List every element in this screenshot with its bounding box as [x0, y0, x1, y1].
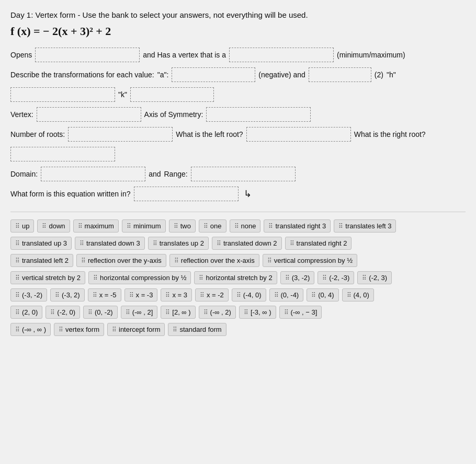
- chip-translates-up-2[interactable]: translates up 2: [148, 237, 209, 250]
- k-label: "k": [118, 90, 127, 99]
- right-root-row: [10, 147, 466, 161]
- chip-0-4[interactable]: (0, 4): [307, 288, 338, 301]
- right-root-box[interactable]: [10, 147, 115, 161]
- bank-row-3: translated left 2 reflection over the y-…: [10, 254, 466, 267]
- vertex-row: Vertex: Axis of Symmetry:: [10, 107, 466, 122]
- has-vertex-label: and Has a vertex that is a: [143, 51, 226, 59]
- domain-box[interactable]: [41, 167, 145, 181]
- chip-vert-stretch-2[interactable]: vertical stretch by 2: [10, 271, 85, 284]
- negative-label: (negative) and: [258, 71, 305, 79]
- chip-0-neg4[interactable]: (0, -4): [269, 288, 304, 301]
- two-label: (2): [375, 71, 383, 79]
- k-answer-box[interactable]: [130, 87, 214, 102]
- chip-neg3-inf[interactable]: [-3, ∞ ): [239, 306, 276, 319]
- chip-x-neg5[interactable]: x = -5: [88, 288, 121, 301]
- bank-row-2: translated up 3 translated down 3 transl…: [10, 237, 466, 250]
- opens-row: Opens and Has a vertex that is a (minimu…: [10, 48, 466, 62]
- chip-neg-inf-2-bracket[interactable]: (-∞ , 2]: [121, 306, 158, 319]
- chip-maximum[interactable]: maximum: [73, 219, 119, 233]
- range-box[interactable]: [191, 167, 296, 181]
- chip-reflection-x[interactable]: reflection over the x-axis: [169, 254, 259, 267]
- opens-answer-box[interactable]: [35, 48, 140, 62]
- bank-row-5: (-3, -2) (-3, 2) x = -5 x = -3 x = 3 x =…: [10, 288, 466, 301]
- min-max-label: (minimum/maximum): [337, 51, 405, 59]
- chip-horiz-compress-half[interactable]: horizontal compression by ½: [88, 271, 191, 284]
- vertex-type-box[interactable]: [229, 48, 334, 62]
- chip-standard-form[interactable]: standard form: [168, 323, 226, 336]
- chip-neg2-3[interactable]: (-2, 3): [357, 271, 392, 284]
- cursor-icon: ↳: [244, 188, 252, 200]
- axis-label: Axis of Symmetry:: [144, 110, 203, 119]
- a-label: "a":: [157, 71, 169, 79]
- k-row: "k": [10, 87, 466, 102]
- form-label: What form is this equation written in?: [10, 190, 131, 198]
- domain-row: Domain: and Range:: [10, 167, 466, 181]
- domain-label: Domain:: [10, 170, 38, 178]
- chip-neg2-0[interactable]: (-2, 0): [46, 306, 80, 319]
- chip-translates-left-3[interactable]: translates left 3: [334, 219, 396, 233]
- chip-neg-inf-2-paren[interactable]: (-∞ , 2): [199, 306, 236, 319]
- chip-neg2-neg3[interactable]: (-2, -3): [318, 271, 354, 284]
- page: Day 1: Vertex form - Use the bank to sel…: [10, 10, 466, 336]
- chip-neg-inf-neg3[interactable]: (-∞ , − 3]: [279, 306, 322, 319]
- and-label: and: [149, 170, 161, 178]
- h-label: "h": [387, 71, 396, 79]
- chip-translated-up-3[interactable]: translated up 3: [10, 237, 72, 250]
- chip-none[interactable]: none: [230, 219, 261, 233]
- chip-translated-right-2[interactable]: translated right 2: [285, 237, 352, 250]
- chip-4-0[interactable]: (4, 0): [342, 288, 374, 301]
- chip-translated-left-2[interactable]: translated left 2: [10, 254, 73, 267]
- chip-neg3-neg2[interactable]: (-3, -2): [10, 288, 47, 301]
- chip-translated-down-2[interactable]: translated down 2: [212, 237, 282, 250]
- chip-x-neg2[interactable]: x = -2: [195, 288, 229, 301]
- answer-bank: up down maximum minimum two one none tra…: [10, 212, 466, 336]
- chip-x-neg3[interactable]: x = -3: [124, 288, 158, 301]
- chip-up[interactable]: up: [10, 219, 34, 233]
- chip-vertex-form[interactable]: vertex form: [54, 323, 104, 336]
- chip-x-3[interactable]: x = 3: [161, 288, 192, 301]
- roots-row: Number of roots: What is the left root? …: [10, 127, 466, 142]
- opens-label: Opens: [10, 51, 32, 59]
- chip-down[interactable]: down: [37, 219, 70, 233]
- a-answer-box[interactable]: [172, 67, 255, 82]
- chip-horiz-stretch-2[interactable]: horizontal stretch by 2: [194, 271, 277, 284]
- h-answer-box[interactable]: [10, 87, 115, 102]
- chip-intercept-form[interactable]: intercept form: [107, 323, 165, 336]
- describe-label: Describe the transformations for each va…: [10, 71, 154, 79]
- num-roots-box[interactable]: [68, 127, 173, 142]
- chip-3-neg2[interactable]: (3, -2): [280, 271, 315, 284]
- right-root-label: What is the right root?: [354, 130, 426, 138]
- vertex-answer-box[interactable]: [37, 107, 141, 122]
- vertex-label: Vertex:: [10, 110, 33, 119]
- bank-row-1: up down maximum minimum two one none tra…: [10, 219, 466, 233]
- chip-one[interactable]: one: [199, 219, 226, 233]
- negative-box[interactable]: [309, 67, 371, 82]
- left-root-label: What is the left root?: [176, 130, 243, 138]
- describe-row: Describe the transformations for each va…: [10, 67, 466, 82]
- form-row: What form is this equation written in? ↳: [10, 187, 466, 201]
- chip-2-0[interactable]: (2, 0): [10, 306, 42, 319]
- chip-translated-right-3[interactable]: translated right 3: [264, 219, 331, 233]
- bank-row-4: vertical stretch by 2 horizontal compres…: [10, 271, 466, 284]
- chip-neg-inf-inf[interactable]: (-∞ , ∞ ): [10, 323, 51, 336]
- chip-2-inf-bracket[interactable]: [2, ∞ ): [161, 306, 195, 319]
- range-label: Range:: [164, 170, 188, 178]
- axis-answer-box[interactable]: [206, 107, 311, 122]
- chip-vert-compress-half[interactable]: vertical compression by ½: [263, 254, 357, 267]
- chip-neg4-0[interactable]: (-4, 0): [232, 288, 266, 301]
- bank-row-7: (-∞ , ∞ ) vertex form intercept form sta…: [10, 323, 466, 336]
- chip-0-neg2[interactable]: (0, -2): [83, 306, 118, 319]
- chip-translated-down-3[interactable]: translated down 3: [75, 237, 145, 250]
- bank-row-6: (2, 0) (-2, 0) (0, -2) (-∞ , 2] [2, ∞ ) …: [10, 306, 466, 319]
- num-roots-label: Number of roots:: [10, 130, 65, 138]
- form-box[interactable]: [134, 187, 239, 201]
- equation-display: f (x) = − 2(x + 3)² + 2: [10, 25, 466, 38]
- page-title: Day 1: Vertex form - Use the bank to sel…: [10, 10, 466, 19]
- chip-two[interactable]: two: [169, 219, 196, 233]
- chip-neg3-2[interactable]: (-3, 2): [50, 288, 85, 301]
- left-root-box[interactable]: [246, 127, 351, 142]
- chip-reflection-y[interactable]: reflection over the y-axis: [76, 254, 166, 267]
- chip-minimum[interactable]: minimum: [122, 219, 166, 233]
